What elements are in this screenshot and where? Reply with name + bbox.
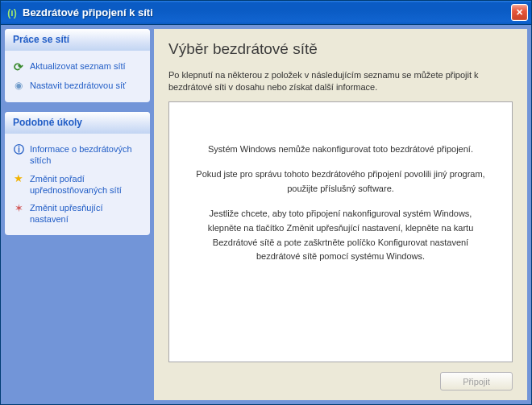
link-label: Změnit pořadí upřednostňovaných sítí — [30, 173, 143, 196]
panel-related-tasks: Podobné úkoly Informace o bezdrátových s… — [5, 112, 150, 235]
link-learn-wireless[interactable]: Informace o bezdrátových sítích — [10, 140, 145, 170]
link-refresh-list[interactable]: Aktualizovat seznam sítí — [10, 57, 145, 76]
titlebar: (ı) Bezdrátové připojení k síti ✕ — [1, 1, 531, 25]
status-message: Jestliže chcete, aby toto připojení nako… — [193, 207, 488, 263]
content-area: Výběr bezdrátové sítě Po klepnutí na něk… — [154, 29, 527, 400]
panel-header: Práce se sítí — [5, 29, 150, 51]
panel-header: Podobné úkoly — [5, 112, 150, 134]
link-label: Informace o bezdrátových sítích — [30, 143, 143, 167]
link-change-order[interactable]: Změnit pořadí upřednostňovaných sítí — [10, 170, 145, 200]
window-body: Práce se sítí Aktualizovat seznam sítí N… — [1, 25, 531, 404]
link-setup-network[interactable]: Nastavit bezdrátovou síť — [10, 76, 145, 96]
link-label: Aktualizovat seznam sítí — [30, 60, 126, 72]
close-button[interactable]: ✕ — [511, 4, 528, 21]
network-list: Systém Windows nemůže nakonfigurovat tot… — [168, 101, 513, 362]
status-message: Pokud jste pro správu tohoto bezdrátovéh… — [193, 167, 488, 196]
panel-body: Informace o bezdrátových sítích Změnit p… — [5, 134, 150, 235]
refresh-icon — [12, 60, 25, 73]
link-label: Nastavit bezdrátovou síť — [30, 80, 126, 91]
panel-network-tasks: Práce se sítí Aktualizovat seznam sítí N… — [5, 29, 150, 102]
wireless-icon: (ı) — [6, 6, 19, 19]
info-icon — [12, 143, 25, 156]
connect-button: Připojit — [440, 372, 513, 391]
window-title: Bezdrátové připojení k síti — [23, 6, 511, 19]
link-label: Změnit upřesňující nastavení — [30, 202, 143, 225]
star-icon — [12, 173, 25, 186]
sidebar: Práce se sítí Aktualizovat seznam sítí N… — [5, 29, 150, 400]
button-row: Připojit — [168, 362, 513, 391]
status-message: Systém Windows nemůže nakonfigurovat tot… — [193, 143, 488, 157]
settings-icon — [12, 202, 25, 215]
description-text: Po klepnutí na některou z položek v násl… — [168, 69, 513, 93]
link-advanced-settings[interactable]: Změnit upřesňující nastavení — [10, 199, 145, 229]
panel-body: Aktualizovat seznam sítí Nastavit bezdrá… — [5, 51, 150, 102]
setup-icon — [12, 80, 25, 93]
wireless-window: (ı) Bezdrátové připojení k síti ✕ Práce … — [0, 0, 532, 405]
close-icon: ✕ — [516, 7, 523, 18]
page-title: Výběr bezdrátové sítě — [168, 40, 513, 58]
